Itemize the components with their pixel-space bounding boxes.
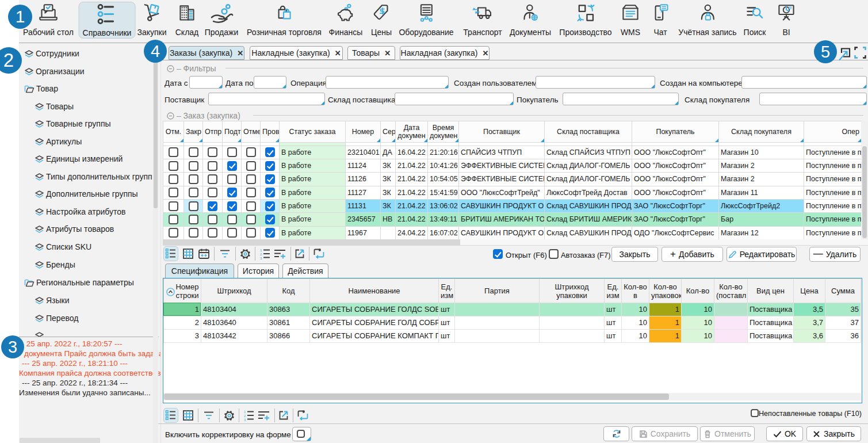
- svg-text:1: 1: [260, 249, 262, 252]
- svg-text:3: 3: [260, 257, 262, 259]
- svg-text:1: 1: [244, 410, 246, 414]
- svg-text:2: 2: [244, 414, 246, 418]
- svg-text:3: 3: [244, 418, 246, 421]
- svg-text:2: 2: [260, 253, 262, 256]
